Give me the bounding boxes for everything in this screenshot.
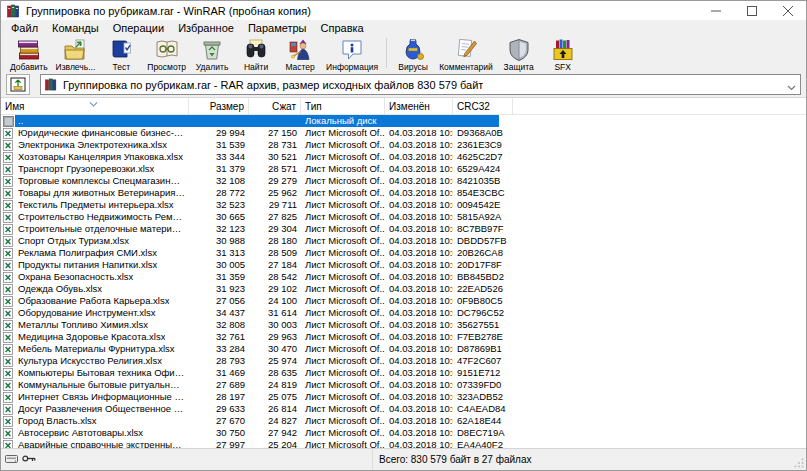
test-button[interactable]: Тест [99, 36, 143, 72]
info-button[interactable]: Информация [322, 36, 382, 72]
file-type: Лист Microsoft Of... [301, 319, 385, 331]
menu-operations[interactable]: Операции [106, 20, 171, 35]
column-header-modified[interactable]: Изменён [385, 98, 453, 114]
close-button[interactable] [770, 1, 806, 20]
excel-icon [3, 392, 15, 403]
sort-direction-icon [89, 98, 98, 109]
table-row[interactable]: Текстиль Предметы интерьера.xlsx 32 523 … [1, 199, 513, 211]
table-row[interactable]: Образование Работа Карьера.xlsx 27 056 2… [1, 295, 513, 307]
table-row[interactable]: Продукты питания Напитки.xlsx 30 005 27 … [1, 259, 513, 271]
column-header-type[interactable]: Тип [301, 98, 385, 114]
table-row[interactable]: Автосервис Автотовары.xlsx 30 750 27 942… [1, 427, 513, 439]
table-row[interactable]: Медицина Здоровье Красота.xlsx 32 761 29… [1, 331, 513, 343]
file-crc32: 8421035B [453, 175, 513, 187]
comment-button[interactable]: Комментарий [435, 36, 497, 72]
wizard-button[interactable]: Мастер [278, 36, 322, 72]
table-row[interactable]: Реклама Полиграфия СМИ.xlsx 31 313 28 50… [1, 247, 513, 259]
resize-grip[interactable] [794, 458, 804, 468]
menu-commands[interactable]: Команды [45, 20, 106, 35]
file-name: Реклама Полиграфия СМИ.xlsx [18, 247, 157, 259]
file-table-body: .. Локальный диск Юридические финансовые… [1, 115, 806, 448]
archive-path-combobox[interactable]: Группировка по рубрикам.rar - RAR архив,… [40, 74, 801, 95]
protect-button[interactable]: Защита [497, 36, 541, 72]
table-row[interactable]: .. Локальный диск [1, 115, 513, 127]
file-packed-size: 25 962 [249, 187, 301, 199]
view-button[interactable]: Просмотр [143, 36, 190, 72]
table-row[interactable]: Хозтовары Канцелярия Упаковка.xlsx 33 34… [1, 151, 513, 163]
file-name: Хозтовары Канцелярия Упаковка.xlsx [18, 151, 183, 163]
excel-icon [3, 260, 15, 271]
file-name: Аварийные справочные экстренные службы.x… [18, 439, 185, 448]
file-name: Город Власть.xlsx [18, 415, 97, 427]
table-row[interactable]: Мебель Материалы Фурнитура.xlsx 33 284 3… [1, 343, 513, 355]
excel-icon [3, 200, 15, 211]
table-row[interactable]: Спорт Отдых Туризм.xlsx 30 988 28 180 Ли… [1, 235, 513, 247]
up-one-level-button[interactable] [6, 74, 30, 95]
column-header-packed[interactable]: Сжат [249, 98, 301, 114]
chevron-down-icon[interactable] [787, 81, 796, 93]
table-row[interactable]: Торговые комплексы Спецмагазины.xlsx 32 … [1, 175, 513, 187]
table-row[interactable]: Оборудование Инструмент.xlsx 34 437 31 6… [1, 307, 513, 319]
excel-icon [3, 344, 15, 355]
file-modified: 04.03.2018 10:00 [385, 163, 453, 175]
file-name: Автосервис Автотовары.xlsx [18, 427, 143, 439]
column-header-size[interactable]: Размер [189, 98, 249, 114]
table-row[interactable]: Строительные отделочные материалы.xlsx 3… [1, 223, 513, 235]
column-header-crc32[interactable]: CRC32 [453, 98, 513, 114]
file-packed-size: 29 102 [249, 283, 301, 295]
table-row[interactable]: Интернет Связь Информационные технологии… [1, 391, 513, 403]
file-size: 31 313 [189, 247, 249, 259]
file-size: 28 793 [189, 355, 249, 367]
file-size: 31 359 [189, 271, 249, 283]
table-row[interactable]: Электроника Электротехника.xlsx 31 539 2… [1, 139, 513, 151]
file-crc32: DBDD57FB [453, 235, 513, 247]
delete-button[interactable]: Удалить [190, 36, 234, 72]
menu-favorites[interactable]: Избранное [171, 20, 241, 35]
table-row[interactable]: Аварийные справочные экстренные службы.x… [1, 439, 513, 448]
menu-options[interactable]: Параметры [241, 20, 314, 35]
file-type: Лист Microsoft Of... [301, 127, 385, 139]
file-crc32: 20D17F8F [453, 259, 513, 271]
file-crc32: D9368A0B [453, 127, 513, 139]
menu-help[interactable]: Справка [314, 20, 371, 35]
file-size: 32 523 [189, 199, 249, 211]
wizard-icon [288, 37, 312, 62]
table-row[interactable]: Коммунальные бытовые ритуальные услуги.x… [1, 379, 513, 391]
delete-bin-icon [200, 37, 224, 62]
excel-icon [3, 404, 15, 415]
table-row[interactable]: Культура Искусство Религия.xlsx 28 793 2… [1, 355, 513, 367]
table-row[interactable]: Одежда Обувь.xlsx 31 923 29 102 Лист Mic… [1, 283, 513, 295]
file-packed-size: 27 825 [249, 211, 301, 223]
file-size: 31 469 [189, 367, 249, 379]
table-row[interactable]: Товары для животных Ветеринария.xlsx 28 … [1, 187, 513, 199]
file-modified: 04.03.2018 10:00 [385, 283, 453, 295]
maximize-button[interactable] [734, 1, 770, 20]
file-crc32: 0094542E [453, 199, 513, 211]
file-type: Лист Microsoft Of... [301, 295, 385, 307]
excel-icon [3, 320, 15, 331]
extract-button[interactable]: Извлечь... [52, 36, 100, 72]
table-row[interactable]: Город Власть.xlsx 27 670 24 827 Лист Mic… [1, 415, 513, 427]
table-row[interactable]: Транспорт Грузоперевозки.xlsx 31 379 28 … [1, 163, 513, 175]
titlebar: Группировка по рубрикам.rar - WinRAR (пр… [1, 1, 806, 20]
file-name: Продукты питания Напитки.xlsx [18, 259, 157, 271]
minimize-button[interactable] [698, 1, 734, 20]
file-modified: 04.03.2018 10:00 [385, 199, 453, 211]
file-size: 32 123 [189, 223, 249, 235]
table-row[interactable]: Компьютеры Бытовая техника Офисная техни… [1, 367, 513, 379]
sfx-button[interactable]: SFX [541, 36, 585, 72]
table-row[interactable]: Металлы Топливо Химия.xlsx 32 808 30 003… [1, 319, 513, 331]
virus-scan-button[interactable]: Вирусы [391, 36, 435, 72]
table-row[interactable]: Охрана Безопасность.xlsx 31 359 28 542 Л… [1, 271, 513, 283]
table-row[interactable]: Юридические финансовые бизнес-услуги.xls… [1, 127, 513, 139]
file-modified: 04.03.2018 10:00 [385, 295, 453, 307]
file-type: Лист Microsoft Of... [301, 151, 385, 163]
table-row[interactable]: Досуг Развлечения Общественное питание.x… [1, 403, 513, 415]
add-button[interactable]: Добавить [6, 36, 52, 72]
file-packed-size: 27 184 [249, 259, 301, 271]
file-crc32: 323ADB52 [453, 391, 513, 403]
find-button[interactable]: Найти [234, 36, 278, 72]
table-row[interactable]: Строительство Недвижимость Ремонт.xlsx 3… [1, 211, 513, 223]
file-name: Культура Искусство Религия.xlsx [18, 355, 162, 367]
menu-file[interactable]: Файл [4, 20, 45, 35]
